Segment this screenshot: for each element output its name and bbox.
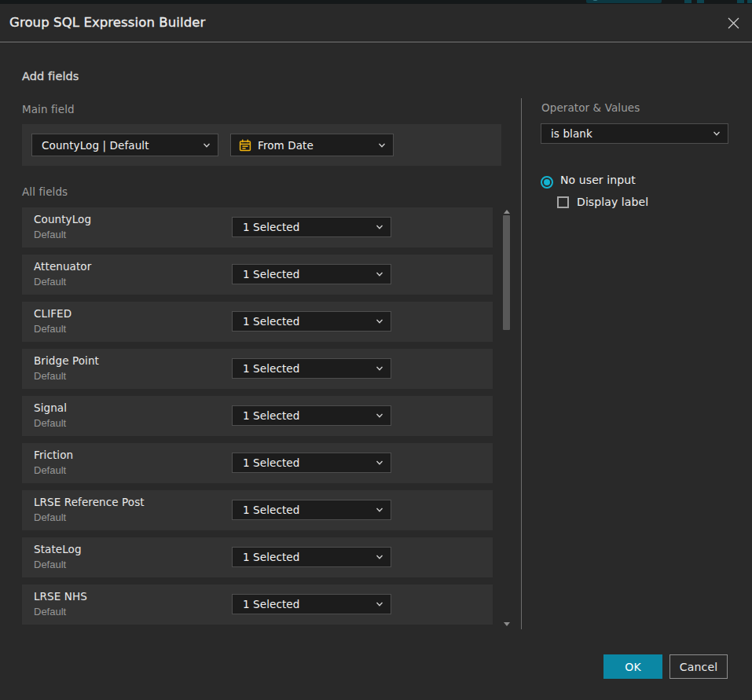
field-selection-select[interactable]: 1 Selected	[232, 358, 391, 379]
ok-button[interactable]: OK	[603, 654, 662, 679]
main-date-field-select[interactable]: From Date	[230, 134, 394, 156]
chevron-down-icon	[713, 130, 721, 137]
chevron-down-icon	[376, 317, 383, 325]
field-sublabel: Default	[34, 323, 66, 335]
field-row: Friction Default 1 Selected	[22, 443, 493, 483]
field-name: LRSE NHS	[34, 590, 87, 603]
field-name: LRSE Reference Post	[34, 496, 145, 508]
field-name: Bridge Point	[34, 354, 99, 367]
field-name: CLIFED	[34, 307, 72, 320]
close-icon	[728, 17, 739, 29]
field-row: Bridge Point Default 1 Selected	[22, 349, 493, 389]
display-label-checkbox[interactable]: Display label	[557, 193, 648, 211]
chevron-down-icon	[203, 141, 211, 149]
operator-values-label: Operator & Values	[541, 101, 640, 114]
scrollbar-up-arrow-icon[interactable]	[504, 210, 510, 214]
operator-select[interactable]: is blank	[541, 123, 728, 144]
main-field-container: CountyLog | Default From Date	[22, 124, 501, 166]
operator-select-value: is blank	[551, 127, 592, 140]
background-toolbar-icon	[747, 0, 752, 3]
chevron-down-icon	[376, 600, 383, 608]
chevron-down-icon	[376, 223, 383, 231]
panel-divider	[521, 98, 522, 629]
field-selection-value: 1 Selected	[243, 551, 299, 563]
field-sublabel: Default	[34, 559, 66, 570]
main-date-field-select-value: From Date	[258, 139, 314, 152]
field-selection-select[interactable]: 1 Selected	[232, 405, 391, 426]
chevron-down-icon	[376, 506, 383, 514]
field-selection-select[interactable]: 1 Selected	[232, 453, 391, 473]
add-fields-heading: Add fields	[22, 70, 79, 82]
chevron-down-icon	[376, 270, 383, 278]
scrollbar-down-arrow-icon[interactable]	[504, 622, 510, 626]
field-selection-value: 1 Selected	[243, 598, 299, 610]
field-name: Friction	[34, 449, 73, 461]
cancel-button-label: Cancel	[680, 661, 718, 673]
field-selection-value: 1 Selected	[243, 504, 299, 516]
chevron-down-icon	[376, 553, 383, 561]
chevron-down-icon	[378, 141, 386, 149]
all-fields-label: All fields	[22, 185, 68, 198]
field-sublabel: Default	[34, 417, 66, 429]
field-selection-value: 1 Selected	[243, 315, 299, 328]
field-name: Attenuator	[34, 260, 91, 273]
display-label-label: Display label	[577, 196, 648, 208]
background-toolbar-icon	[697, 0, 704, 3]
field-selection-value: 1 Selected	[243, 362, 299, 375]
field-selection-select[interactable]: 1 Selected	[232, 311, 391, 332]
background-toolbar-pill	[586, 0, 662, 3]
main-field-label: Main field	[22, 103, 75, 115]
main-layer-select-value: CountyLog | Default	[42, 139, 149, 152]
field-name: Signal	[34, 401, 67, 414]
dialog-title: Group SQL Expression Builder	[9, 15, 205, 30]
close-button[interactable]	[721, 11, 745, 35]
field-selection-select[interactable]: 1 Selected	[232, 217, 391, 237]
field-selection-value: 1 Selected	[243, 456, 299, 469]
calendar-icon	[239, 139, 251, 152]
field-row: StateLog Default 1 Selected	[22, 537, 493, 577]
no-user-input-label: No user input	[560, 174, 636, 186]
field-row: Signal Default 1 Selected	[22, 396, 493, 436]
field-sublabel: Default	[34, 511, 66, 523]
field-name: StateLog	[34, 543, 82, 555]
field-sublabel: Default	[34, 606, 66, 618]
field-row: CLIFED Default 1 Selected	[22, 302, 493, 342]
ok-button-label: OK	[625, 661, 641, 673]
field-selection-select[interactable]: 1 Selected	[232, 594, 391, 614]
no-user-input-radio[interactable]: No user input	[541, 172, 636, 192]
fields-list-scrollbar[interactable]	[501, 207, 512, 632]
background-pill-glyph	[592, 0, 598, 1]
scrollbar-thumb[interactable]	[503, 215, 510, 330]
all-fields-list: CountyLog Default 1 Selected Attenuator …	[22, 207, 493, 629]
field-sublabel: Default	[34, 464, 66, 476]
background-toolbar-icon	[684, 0, 691, 3]
field-selection-select[interactable]: 1 Selected	[232, 500, 391, 520]
field-sublabel: Default	[34, 229, 66, 240]
field-selection-value: 1 Selected	[243, 221, 299, 233]
field-row: Attenuator Default 1 Selected	[22, 255, 493, 295]
chevron-down-icon	[376, 459, 383, 467]
background-toolbar-icon	[737, 0, 744, 3]
dialog-header: Group SQL Expression Builder	[0, 4, 752, 42]
cancel-button[interactable]: Cancel	[669, 654, 728, 679]
chevron-down-icon	[376, 412, 383, 420]
group-sql-expression-builder-dialog: Group SQL Expression Builder Add fields …	[0, 4, 752, 700]
field-name: CountyLog	[34, 213, 91, 225]
field-selection-select[interactable]: 1 Selected	[232, 547, 391, 567]
field-sublabel: Default	[34, 370, 66, 382]
field-row: CountyLog Default 1 Selected	[22, 207, 493, 247]
field-row: LRSE NHS Default 1 Selected	[22, 585, 493, 625]
field-row: LRSE Reference Post Default 1 Selected	[22, 490, 493, 530]
field-selection-value: 1 Selected	[243, 268, 299, 280]
field-selection-value: 1 Selected	[243, 409, 299, 422]
checkbox-unchecked-icon	[557, 196, 569, 208]
main-layer-select[interactable]: CountyLog | Default	[31, 134, 218, 156]
field-selection-select[interactable]: 1 Selected	[232, 264, 391, 284]
radio-selected-icon	[541, 176, 553, 189]
field-sublabel: Default	[34, 276, 66, 288]
chevron-down-icon	[376, 365, 383, 372]
